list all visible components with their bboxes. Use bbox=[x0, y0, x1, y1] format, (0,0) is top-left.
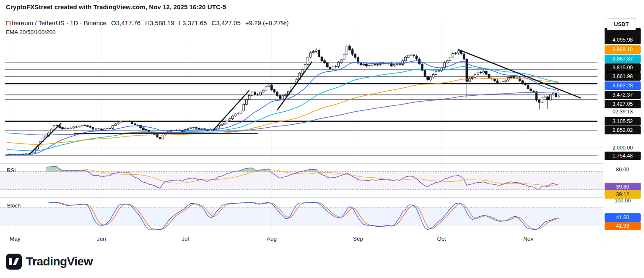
price-axis-label: 02:39:13 bbox=[605, 108, 641, 116]
price-axis-label: 2,000.00 bbox=[605, 144, 641, 152]
footer: TradingView bbox=[0, 245, 644, 278]
price-change: +9.29 (+0.27%) bbox=[245, 19, 288, 26]
price-axis-label: 3,472.37 bbox=[605, 91, 641, 99]
ohlc-open: O3,417.76 bbox=[111, 19, 140, 26]
ohlc-high: H3,588.19 bbox=[145, 19, 174, 26]
currency-button[interactable]: USDT bbox=[607, 18, 636, 30]
price-axis-label: 3,592.28 bbox=[605, 81, 641, 90]
time-axis-label-sep: Sep bbox=[349, 236, 367, 242]
price-axis-label: 3,105.52 bbox=[605, 117, 641, 126]
symbol-title[interactable]: Ethereum / TetherUS · 1D · Binance bbox=[6, 19, 106, 26]
tradingview-chart-export: CryptoFXStreet created with TradingView.… bbox=[0, 0, 644, 278]
rsi-pane-label[interactable]: RSI bbox=[7, 167, 16, 173]
price-axis-label: 41.33 bbox=[605, 222, 641, 230]
credit-text: CryptoFXStreet created with TradingView.… bbox=[6, 3, 226, 10]
price-axis-label: 3,867.87 bbox=[605, 55, 641, 63]
time-axis-label-jul: Jul bbox=[176, 236, 195, 242]
price-axis-label: 4,095.98 bbox=[605, 36, 641, 44]
stoch-pane-label[interactable]: Stoch bbox=[7, 202, 21, 209]
time-axis-label-may: May bbox=[6, 236, 24, 242]
price-axis-label: 3,427.05 bbox=[605, 100, 641, 108]
stoch-pane-canvas[interactable] bbox=[0, 198, 603, 233]
price-axis-label: 3,661.98 bbox=[605, 72, 641, 81]
ohlc-low: L3,371.65 bbox=[179, 19, 207, 26]
tradingview-wordmark: TradingView bbox=[26, 255, 93, 268]
price-axis-label: 80.00 bbox=[605, 165, 641, 174]
time-axis-label-aug: Aug bbox=[262, 236, 281, 242]
price-axis[interactable]: USDT 4,095.983,868.103,867.873,815.003,6… bbox=[603, 14, 644, 245]
tradingview-logo-icon bbox=[6, 254, 22, 270]
ohlc-close: C3,427.05 bbox=[212, 19, 241, 26]
price-pane-canvas[interactable] bbox=[0, 15, 603, 163]
rsi-overbought-fill bbox=[46, 167, 316, 172]
time-axis-label-jun: Jun bbox=[92, 236, 111, 242]
price-axis-label: 100.00 bbox=[605, 197, 641, 205]
time-axis-label-oct: Oct bbox=[432, 236, 451, 242]
price-axis-label: 1,754.48 bbox=[605, 152, 641, 160]
price-axis-label: 3,868.10 bbox=[605, 45, 641, 54]
credit-bar: CryptoFXStreet created with TradingView.… bbox=[0, 0, 644, 14]
time-axis[interactable]: MayJunJulAugSepOctNov bbox=[0, 233, 603, 245]
rsi-pane-canvas[interactable] bbox=[0, 164, 603, 197]
tradingview-logo[interactable]: TradingView bbox=[6, 254, 93, 270]
price-axis-label: 39.60 bbox=[605, 183, 641, 191]
ema-legend[interactable]: EMA 20/50/100/200 bbox=[6, 29, 56, 35]
price-axis-label: 2,852.02 bbox=[605, 126, 641, 134]
price-axis-label: 3,815.00 bbox=[605, 63, 641, 72]
chart-legend: Ethereum / TetherUS · 1D · Binance O3,41… bbox=[6, 18, 291, 37]
time-axis-label-nov: Nov bbox=[519, 236, 538, 242]
price-axis-label: 41.50 bbox=[605, 213, 641, 222]
